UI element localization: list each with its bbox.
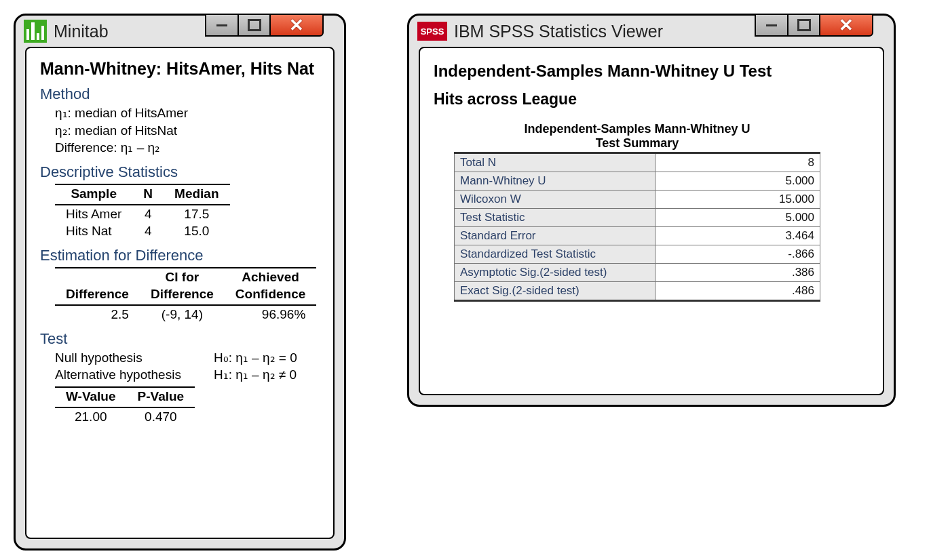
maximize-button[interactable]: [238, 14, 271, 37]
minitab-logo-icon: [24, 20, 47, 43]
minitab-title: Minitab: [54, 22, 109, 41]
table-row: Mann-Whitney U5.000: [455, 172, 820, 191]
table-row: Test Statistic5.000: [455, 209, 820, 227]
minitab-content: Mann-Whitney: HitsAmer, Hits Nat Method …: [25, 47, 335, 539]
window-controls: ✕: [757, 14, 874, 37]
col-confidence: AchievedConfidence: [225, 268, 316, 305]
descriptive-heading: Descriptive Statistics: [40, 163, 320, 181]
test-table: W-Value P-Value 21.00 0.470: [55, 386, 195, 425]
spss-window: SPSS IBM SPSS Statistics Viewer ✕ Indepe…: [407, 14, 896, 407]
report-title: Mann-Whitney: HitsAmer, Hits Nat: [40, 59, 320, 79]
table-row: Wilcoxon W15.000: [455, 191, 820, 209]
window-controls: ✕: [207, 14, 324, 37]
method-line-3: Difference: η₁ – η₂: [55, 139, 320, 157]
test-heading: Test: [40, 330, 320, 348]
col-ci: CI forDifference: [140, 268, 225, 305]
col-difference: Difference: [55, 268, 140, 305]
col-sample: Sample: [55, 184, 132, 205]
minitab-window: Minitab ✕ Mann-Whitney: HitsAmer, Hits N…: [14, 14, 346, 551]
method-line-2: η₂: median of HitsNat: [55, 122, 320, 140]
estimation-heading: Estimation for Difference: [40, 247, 320, 264]
null-hypothesis-label: Null hypothesis: [55, 349, 197, 367]
spss-summary-table: Total N8 Mann-Whitney U5.000 Wilcoxon W1…: [454, 152, 820, 302]
method-line-1: η₁: median of HitsAmer: [55, 104, 320, 122]
null-hypothesis-value: H₀: η₁ – η₂ = 0: [214, 349, 297, 367]
estimation-table: Difference CI forDifference AchievedConf…: [55, 267, 316, 323]
col-n: N: [132, 184, 164, 205]
close-button[interactable]: ✕: [269, 14, 324, 37]
alt-hypothesis-value: H₁: η₁ – η₂ ≠ 0: [214, 366, 297, 384]
method-heading: Method: [40, 85, 320, 103]
table-row: Hits Nat 4 15.0: [55, 222, 230, 240]
spss-heading-1: Independent-Samples Mann-Whitney U Test: [434, 62, 869, 81]
descriptive-table: Sample N Median Hits Amer 4 17.5 Hits Na…: [55, 184, 230, 240]
spss-titlebar[interactable]: SPSS IBM SPSS Statistics Viewer ✕: [409, 16, 894, 47]
table-row: Exact Sig.(2-sided test).486: [455, 282, 820, 301]
table-row: 21.00 0.470: [55, 407, 195, 426]
table-row: Asymptotic Sig.(2-sided test).386: [455, 264, 820, 282]
minitab-titlebar[interactable]: Minitab ✕: [16, 16, 344, 47]
spss-heading-2: Hits across League: [434, 90, 869, 108]
col-wvalue: W-Value: [55, 387, 127, 407]
alt-hypothesis-label: Alternative hypothesis: [55, 366, 197, 384]
minimize-button[interactable]: [755, 14, 788, 37]
table-row: Standard Error3.464: [455, 227, 820, 245]
table-row: Hits Amer 4 17.5: [55, 205, 230, 223]
minimize-button[interactable]: [205, 14, 239, 37]
spss-table-title: Independent-Samples Mann-Whitney UTest S…: [454, 122, 820, 151]
close-button[interactable]: ✕: [819, 14, 873, 37]
spss-content: Independent-Samples Mann-Whitney U Test …: [419, 47, 884, 395]
table-row: Standardized Test Statistic-.866: [455, 245, 820, 264]
col-pvalue: P-Value: [127, 387, 195, 407]
table-row: 2.5 (-9, 14) 96.96%: [55, 305, 316, 323]
col-median: Median: [164, 184, 229, 205]
spss-logo-icon: SPSS: [417, 22, 447, 41]
table-row: Total N8: [455, 153, 820, 172]
spss-title: IBM SPSS Statistics Viewer: [454, 22, 663, 41]
maximize-button[interactable]: [787, 14, 821, 37]
